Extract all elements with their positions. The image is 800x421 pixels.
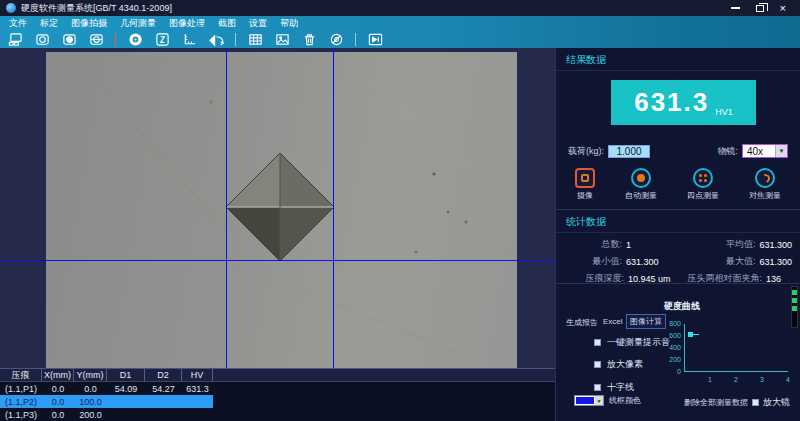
table-row-selected[interactable]: (1.1,P2) 0.0 100.0 [0, 395, 213, 408]
trash-icon[interactable] [299, 31, 319, 47]
excel-button[interactable]: Excel [603, 317, 623, 326]
load-input[interactable] [608, 145, 650, 158]
cell [145, 395, 182, 408]
cell: 200.0 [74, 408, 107, 421]
menu-image-capture[interactable]: 图像拍摄 [71, 17, 107, 30]
action-label: 摄像 [577, 190, 593, 201]
statistics-section-title: 统计数据 [556, 210, 800, 233]
four-point-measure-button[interactable]: 四点测量 [687, 168, 719, 201]
app-icon [6, 3, 16, 13]
auto-measure-button[interactable]: 自动测量 [625, 168, 657, 201]
action-label: 四点测量 [687, 190, 719, 201]
menu-image-processing[interactable]: 图像处理 [169, 17, 205, 30]
menu-geometric-measure[interactable]: 几何测量 [120, 17, 156, 30]
col-d2: D2 [145, 369, 182, 381]
stat-value: 631.300 [622, 257, 676, 267]
ruler-icon[interactable] [179, 31, 199, 47]
col-y: Y(mm) [74, 369, 107, 381]
chevron-down-icon[interactable]: ▼ [595, 396, 603, 405]
delete-all-data-button[interactable]: 删除全部测量数据 [684, 397, 748, 408]
menu-file[interactable]: 文件 [9, 17, 27, 30]
x-tick: 4 [786, 376, 790, 383]
titlebar: 硬度软件测量系统[GB/T 4340.1-2009] × [0, 0, 800, 16]
measure-vertical-line-1[interactable] [226, 48, 227, 368]
toolbar-separator [115, 33, 116, 46]
menu-help[interactable]: 帮助 [280, 17, 298, 30]
y-tick: 800 [660, 320, 681, 327]
checkbox-label: 一键测量提示音 [607, 336, 670, 349]
zoom-pixel-checkbox-row[interactable]: 放大像素 [594, 358, 643, 371]
statistics-grid: 总数: 1 平均值: 631.300 最小值: 631.300 最大值: 631… [556, 233, 800, 287]
image-viewer [0, 48, 555, 368]
indentation-graphic [46, 52, 517, 368]
measure-horizontal-line[interactable] [0, 260, 555, 261]
lens-view-icon[interactable] [32, 31, 52, 47]
image-gallery-icon[interactable] [272, 31, 292, 47]
capture-save-icon[interactable] [5, 31, 25, 47]
cell: 54.09 [107, 382, 145, 395]
beep-checkbox-row[interactable]: 一键测量提示音 [594, 336, 670, 349]
stat-value: 136 [762, 274, 792, 284]
cell [145, 408, 182, 421]
cell: (1.1,P2) [0, 395, 42, 408]
camera-off-icon[interactable] [326, 31, 346, 47]
col-indent: 压痕 [0, 369, 42, 381]
auto-measure-icon [631, 168, 651, 188]
objective-value: 40x [743, 146, 775, 157]
focus-measure-button[interactable]: 对焦测量 [749, 168, 781, 201]
close-icon[interactable]: × [780, 3, 786, 13]
restore-icon[interactable] [756, 5, 764, 12]
x-tick: 3 [760, 376, 764, 383]
results-section: 结果数据 631.3 HV1 载荷(kg): 物镜: 40x ▼ 摄像 自动测量 [556, 48, 800, 210]
y-tick: 200 [660, 356, 681, 363]
line-color-label: 线框颜色 [609, 395, 641, 406]
microscope-image[interactable] [46, 52, 517, 368]
run-to-end-icon[interactable] [365, 31, 385, 47]
actions-row: 摄像 自动测量 四点测量 对焦测量 [560, 168, 796, 201]
exposure-icon[interactable] [152, 31, 172, 47]
hardness-value: 631.3 [634, 87, 709, 118]
y-tick: 0 [660, 368, 681, 375]
record-icon[interactable] [125, 31, 145, 47]
flip-rotate-icon[interactable] [206, 31, 226, 47]
objective-label: 物镜: [717, 145, 738, 158]
menu-settings[interactable]: 设置 [249, 17, 267, 30]
stat-label: 最大值: [676, 255, 755, 268]
toolbar-separator [355, 33, 356, 46]
line-color-dropdown[interactable]: ▼ [574, 395, 604, 406]
measure-vertical-line-2[interactable] [333, 48, 334, 368]
table-row[interactable]: (1.1,P1) 0.0 0.0 54.09 54.27 631.3 [0, 382, 213, 395]
lens-focus-icon[interactable] [59, 31, 79, 47]
crosshair-checkbox-row[interactable]: 十字线 [594, 381, 634, 394]
menu-calibration[interactable]: 标定 [40, 17, 58, 30]
chart-title: 硬度曲线 [664, 300, 700, 313]
checkbox-icon[interactable] [752, 399, 759, 406]
checkbox-icon[interactable] [594, 361, 601, 368]
data-table-icon[interactable] [245, 31, 265, 47]
right-panel: 结果数据 631.3 HV1 载荷(kg): 物镜: 40x ▼ 摄像 自动测量 [555, 48, 800, 421]
window-controls: × [731, 3, 794, 13]
col-d1: D1 [107, 369, 145, 381]
chevron-down-icon[interactable]: ▼ [775, 145, 787, 157]
stat-label: 平均值: [676, 238, 755, 251]
camera-button[interactable]: 摄像 [575, 168, 595, 201]
x-tick: 2 [734, 376, 738, 383]
chart-data-point [688, 332, 693, 337]
checkbox-icon[interactable] [594, 384, 601, 391]
table-row[interactable]: (1.1,P3) 0.0 200.0 [0, 408, 213, 421]
cell: 100.0 [74, 395, 107, 408]
objective-dropdown[interactable]: 40x ▼ [742, 144, 788, 158]
stat-value: 1 [622, 240, 676, 250]
generate-report-button[interactable]: 生成报告 [566, 317, 598, 328]
checkbox-icon[interactable] [594, 339, 601, 346]
chart-plot [684, 324, 788, 372]
color-picker-row: ▼ 线框颜色 [574, 395, 641, 406]
menu-screenshot[interactable]: 截图 [218, 17, 236, 30]
magnifier-checkbox-row[interactable]: 放大镜 [752, 396, 790, 409]
hardness-display: 631.3 HV1 [611, 80, 756, 125]
minimize-icon[interactable] [731, 7, 740, 9]
action-label: 对焦测量 [749, 190, 781, 201]
lens-target-icon[interactable] [86, 31, 106, 47]
cell: 631.3 [182, 382, 213, 395]
camera-icon [575, 168, 595, 188]
